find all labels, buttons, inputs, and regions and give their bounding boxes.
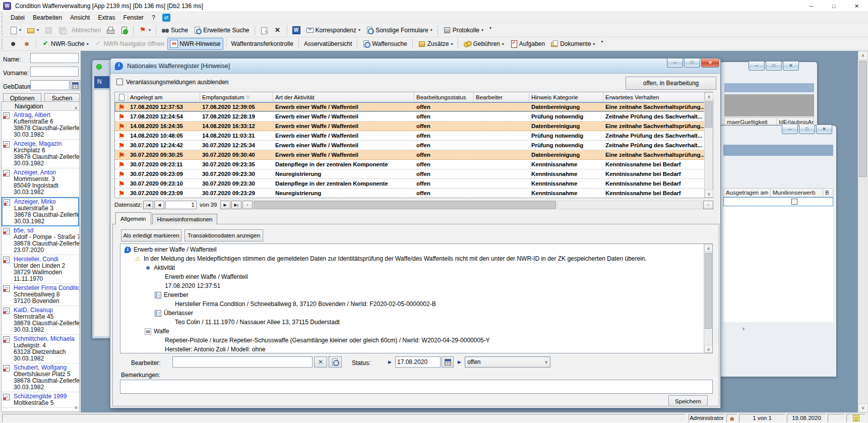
- veranlassung-checkbox[interactable]: [116, 79, 123, 85]
- table-row[interactable]: 30.07.2020 12:24:4230.07.2020 12:25:34Er…: [115, 141, 713, 150]
- window-a-maximize-button[interactable]: □: [766, 62, 782, 71]
- hscroll-right-icon[interactable]: ›: [703, 201, 713, 209]
- korrespondenz-button[interactable]: Korrespondenz▾: [303, 24, 363, 36]
- column-header-b[interactable]: B: [823, 188, 833, 197]
- user-button[interactable]: [20, 38, 33, 50]
- toolbar-overflow-button[interactable]: ▾: [601, 38, 603, 44]
- menu-item-bearbeiten[interactable]: Bearbeiten: [29, 13, 66, 23]
- window-maximize-button[interactable]: □: [823, 0, 845, 12]
- detail-scroll-down-icon[interactable]: ∨: [704, 345, 713, 353]
- dialog-maximize-button[interactable]: □: [684, 58, 700, 68]
- dialog-close-button[interactable]: ✕: [701, 58, 719, 68]
- bearbeiter-clear-button[interactable]: [314, 356, 327, 368]
- detail-scroll-thumb[interactable]: [705, 253, 712, 329]
- table-row[interactable]: 30.07.2020 09:23:1130.07.2020 09:23:35Da…: [115, 160, 713, 169]
- nav-item-b5e-sd[interactable]: b5e, sdAdolf - Pompe - Straße 738678 Cla…: [2, 226, 79, 255]
- tab-allgemein[interactable]: Allgemein: [115, 212, 151, 224]
- form-edit-button[interactable]: [258, 24, 271, 36]
- status-date-input[interactable]: [395, 356, 441, 368]
- detail-scroll-up-icon[interactable]: ∧: [704, 244, 713, 252]
- nav-item-anzeiger-mirko[interactable]: Anzeiger, MirkoLauterstraße 338678 Claus…: [2, 197, 79, 226]
- detail-scrollbar[interactable]: ∧ ∨: [704, 244, 712, 353]
- status-select[interactable]: offen ∨: [465, 356, 550, 368]
- mdi-scroll-down-icon[interactable]: ∨: [858, 403, 868, 412]
- protokolle-button[interactable]: Protokolle▾: [441, 24, 486, 36]
- table-row[interactable]: 30.07.2020 09:30:2530.07.2020 09:30:40Er…: [115, 150, 713, 160]
- column-header-munitionserwerb[interactable]: Munitionserwerb: [771, 188, 823, 197]
- nav-item-schmittchen-michaela[interactable]: Schmittchen, MichaelaLudwigstr. 463128 D…: [2, 335, 79, 364]
- remote-support-icon[interactable]: [162, 14, 170, 22]
- menu-item-[interactable]: ?: [148, 13, 159, 23]
- pager-record-input[interactable]: [165, 201, 197, 209]
- pager-previous-button[interactable]: ◀: [154, 201, 164, 209]
- column-header-angelegt-am[interactable]: Angelegt am: [128, 92, 200, 102]
- flag-red-button[interactable]: ▾: [136, 24, 153, 36]
- print-preview-button[interactable]: [117, 24, 131, 36]
- pager-next-button[interactable]: ▶: [220, 201, 230, 209]
- window-b-selected-row[interactable]: [723, 197, 833, 206]
- window-b-close-button[interactable]: ✕: [816, 125, 832, 134]
- column-header-ausgetragen-am[interactable]: Ausgetragen am: [723, 188, 771, 197]
- toolbar-overflow-button[interactable]: ▾: [489, 24, 491, 30]
- gebdatum-input[interactable]: [30, 80, 70, 90]
- nav-item-hersteller-firma-condition[interactable]: Hersteller Firma ConditionSchneeballweg …: [2, 284, 79, 306]
- name-input[interactable]: [30, 53, 79, 63]
- nav-item-anzeiger-anton[interactable]: Anzeiger, AntonMommsenstr. 385049 Ingols…: [2, 168, 79, 197]
- table-row[interactable]: 14.08.2020 10:48:0514.08.2020 11:03:31Er…: [115, 131, 713, 141]
- window-a-close-button[interactable]: ✕: [783, 62, 799, 71]
- mark-done-button[interactable]: Als erledigt markieren: [121, 229, 181, 241]
- mdi-scroll-up-icon[interactable]: ∧: [858, 51, 868, 60]
- mdi-scroll-thumb[interactable]: [859, 61, 867, 177]
- mdi-scrollbar[interactable]: ∧ ∨: [858, 51, 868, 412]
- column-header-empfangsdatum[interactable]: Empfangsdatum▽: [200, 92, 273, 102]
- pager-last-button[interactable]: ▶|: [231, 201, 241, 209]
- column-header-hinweis-kategorie[interactable]: Hinweis Kategorie: [529, 92, 603, 102]
- bearbeiter-input[interactable]: [172, 356, 313, 368]
- window-minimize-button[interactable]: ─: [800, 0, 823, 12]
- table-row[interactable]: 17.08.2020 12:37:5317.08.2020 12:39:05Er…: [115, 102, 713, 112]
- table-scroll-up-icon[interactable]: ∧: [705, 92, 713, 100]
- table-scroll-thumb[interactable]: [705, 101, 712, 128]
- table-scrollbar[interactable]: ∧ ∨: [704, 92, 713, 198]
- column-header-bearbeitungsstatus[interactable]: Bearbeitungsstatus: [414, 92, 474, 102]
- window-b-scroll-right-icon[interactable]: ›: [742, 325, 745, 332]
- geb-hren-button[interactable]: Gebühren▾: [461, 38, 506, 50]
- nav-item-anzeige-magazin[interactable]: Anzeige, MagazinKirchplatz 638678 Claust…: [2, 140, 79, 168]
- window-b-maximize-button[interactable]: □: [799, 125, 815, 134]
- nav-item-hersteller-condi[interactable]: Hersteller, CondiUnter den Linden 238729…: [2, 255, 79, 284]
- waffentransferkontrolle-button[interactable]: Waffentransferkontrolle: [229, 38, 296, 49]
- dokumente-button[interactable]: Dokumente▾: [548, 38, 597, 50]
- asservat-bersicht-button[interactable]: Asservatübersicht: [301, 38, 354, 49]
- vorname-input[interactable]: [30, 67, 79, 77]
- menu-item-extras[interactable]: Extras: [94, 13, 119, 23]
- table-row[interactable]: 17.08.2020 12:24:5417.08.2020 12:28:19Er…: [115, 112, 713, 122]
- nav-item-schubert-wolfgang[interactable]: Schubert, WolfgangObertshäuser Platz 538…: [2, 364, 79, 392]
- pager-first-button[interactable]: |◀: [143, 201, 153, 209]
- menu-item-ansicht[interactable]: Ansicht: [66, 13, 94, 23]
- munitionserwerb-checkbox[interactable]: [791, 199, 797, 205]
- status-calendar-button[interactable]: [442, 356, 454, 368]
- gebdatum-calendar-button[interactable]: [71, 80, 80, 90]
- save-button[interactable]: Speichern: [668, 395, 708, 406]
- open-folder-button[interactable]: ▾: [24, 24, 41, 36]
- nav-item-antrag-albert[interactable]: Antrag, AlbertKuftenstraße 638678 Claust…: [2, 111, 79, 140]
- nwr-hinweise-button[interactable]: NWR-Hinweise: [167, 38, 223, 50]
- column-header-bearbeiter[interactable]: Bearbeiter: [474, 92, 529, 102]
- window-a-minimize-button[interactable]: ─: [749, 62, 765, 71]
- zus-tze-button[interactable]: Zusätze▾: [415, 38, 456, 50]
- nav-item-katd-cleanup[interactable]: KatD, CleanupSternstraße 4538678 Clausth…: [2, 306, 79, 335]
- show-transactions-button[interactable]: Transaktionsdaten anzeigen: [184, 229, 263, 241]
- window-b-minimize-button[interactable]: ─: [782, 125, 798, 134]
- suche-button[interactable]: Suche: [159, 24, 191, 36]
- menu-item-fenster[interactable]: Fenster: [119, 13, 148, 23]
- waffensuche-button[interactable]: Waffensuche: [360, 38, 409, 50]
- table-row[interactable]: 30.07.2020 09:23:1030.07.2020 09:23:30Da…: [115, 179, 713, 189]
- table-row[interactable]: 30.07.2020 09:23:0930.07.2020 09:23:29Ne…: [115, 189, 713, 198]
- word-button[interactable]: [290, 24, 303, 36]
- table-row[interactable]: 30.07.2020 09:23:0930.07.2020 09:23:30Ne…: [115, 169, 713, 179]
- column-header-erwartetes-verhalten[interactable]: Erwartetes Verhalten: [603, 92, 705, 102]
- menu-item-datei[interactable]: Datei: [7, 13, 29, 23]
- bearbeiter-search-button[interactable]: [329, 356, 342, 368]
- nav-scroll-down-icon[interactable]: ∨: [74, 405, 78, 410]
- erweiterte-suche-button[interactable]: Erweiterte Suche: [191, 24, 252, 36]
